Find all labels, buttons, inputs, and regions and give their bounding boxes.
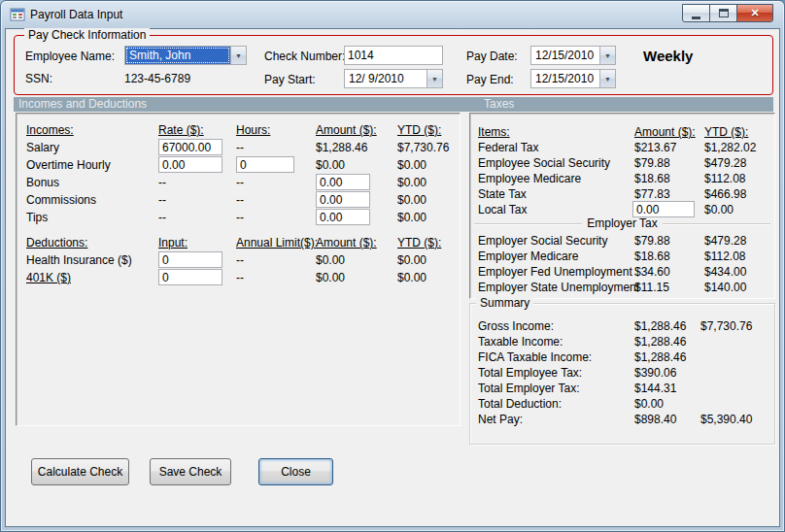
calculate-check-button[interactable]: Calculate Check: [31, 458, 129, 485]
close-icon: ✕: [750, 7, 759, 19]
tax-row-label: Employer Fed Unemployment: [478, 265, 632, 279]
overtime-ytd-value: $0.00: [397, 158, 427, 172]
summary-row-label: Net Pay:: [478, 413, 523, 426]
chevron-down-icon[interactable]: ▼: [599, 47, 615, 64]
employer-medicare-ytd: $112.08: [704, 249, 746, 263]
401k-input[interactable]: [158, 269, 222, 285]
input-column-header: Input:: [158, 236, 188, 249]
bonus-rate-value: --: [158, 176, 166, 189]
minimize-button[interactable]: [682, 4, 710, 22]
chevron-down-icon[interactable]: ▼: [599, 70, 615, 87]
local-tax-ytd: $0.00: [704, 203, 734, 216]
amount-column-header: Amount ($):: [316, 236, 377, 249]
local-tax-input[interactable]: [632, 201, 695, 217]
calculate-check-label: Calculate Check: [38, 465, 122, 479]
pay-date-picker[interactable]: 12/15/2010 ▼: [530, 46, 616, 65]
section-header-bar: Incomes and Deductions Taxes: [14, 97, 773, 112]
employee-name-label: Employee Name:: [25, 50, 115, 63]
titlebar[interactable]: Payroll Data Input ✕: [1, 1, 784, 28]
salary-hours-value: --: [236, 141, 244, 154]
tips-ytd-value: $0.00: [397, 211, 427, 224]
hours-column-header: Hours:: [236, 123, 270, 137]
incomes-column-header: Incomes:: [26, 123, 74, 137]
overtime-rate-input[interactable]: [158, 156, 222, 173]
tax-row-label: Employer State Unemployment: [478, 281, 639, 294]
annual-limit-column-header: Annual Limit($):: [236, 236, 318, 249]
minimize-icon: [692, 17, 700, 19]
employer-tax-header: Employer Tax: [582, 216, 662, 230]
income-row-label: Overtime Hourly: [26, 158, 111, 172]
fica-taxable-income-amount: $1,288.46: [634, 350, 686, 364]
check-number-input[interactable]: [344, 46, 443, 65]
summary-row-label: FICA Taxable Income:: [478, 350, 592, 364]
salary-ytd-value: $7,730.76: [397, 141, 449, 154]
income-row-label: Bonus: [26, 176, 59, 189]
overtime-hours-input[interactable]: [236, 156, 294, 173]
total-employee-tax-amount: $390.06: [634, 366, 676, 380]
taxable-income-amount: $1,288.46: [634, 335, 686, 349]
gross-income-ytd: $7,730.76: [700, 319, 752, 333]
close-label: Close: [281, 465, 311, 479]
commissions-amount-input[interactable]: [316, 191, 370, 208]
caption-buttons: ✕: [683, 4, 773, 22]
401k-ytd-value: $0.00: [397, 271, 427, 284]
app-window: Payroll Data Input ✕ Pay Check Informati…: [0, 0, 785, 532]
ssn-value: 123-45-6789: [124, 72, 190, 85]
taxes-section-header: Taxes: [484, 97, 514, 112]
health-insurance-ytd-value: $0.00: [397, 253, 427, 267]
commissions-ytd-value: $0.00: [397, 193, 427, 207]
pay-date-value: 12/15/2010: [531, 47, 599, 64]
health-insurance-limit-value: --: [236, 253, 244, 267]
tips-amount-input[interactable]: [316, 209, 370, 225]
employer-tax-separator: Employer Tax: [474, 216, 770, 230]
summary-row-label: Gross Income:: [478, 319, 554, 333]
gross-income-amount: $1,288.46: [634, 319, 686, 333]
salary-amount-value: $1,288.46: [316, 141, 367, 154]
maximize-icon: [719, 9, 729, 17]
net-pay-amount: $898.40: [634, 413, 676, 426]
app-icon: [10, 7, 25, 22]
tax-row-label: Employee Medicare: [478, 172, 581, 185]
pay-end-picker[interactable]: 12/15/2010 ▼: [530, 69, 616, 88]
rate-column-header: Rate ($):: [158, 123, 204, 137]
bonus-amount-input[interactable]: [316, 174, 370, 190]
401k-link-label[interactable]: 401K ($): [26, 271, 71, 284]
401k-limit-value: --: [236, 271, 244, 284]
maximize-button[interactable]: [709, 4, 737, 22]
summary-row-label: Taxable Income:: [478, 335, 563, 349]
income-row-label: Commissions: [26, 193, 96, 207]
employer-futa-amount: $34.60: [634, 265, 670, 279]
commissions-hours-value: --: [236, 193, 244, 207]
health-insurance-input[interactable]: [158, 251, 222, 268]
401k-amount-value: $0.00: [316, 271, 345, 284]
state-tax-ytd: $466.98: [704, 187, 746, 201]
save-check-button[interactable]: Save Check: [150, 458, 231, 485]
incomes-deductions-panel: Incomes: Rate ($): Hours: Amount ($): YT…: [16, 113, 461, 426]
employee-ss-ytd: $479.28: [704, 156, 746, 170]
chevron-down-icon[interactable]: ▼: [427, 70, 442, 87]
total-deduction-amount: $0.00: [634, 397, 664, 411]
pay-start-picker[interactable]: 12/ 9/2010 ▼: [344, 69, 443, 88]
close-window-button[interactable]: ✕: [736, 4, 773, 22]
window-title: Payroll Data Input: [30, 8, 122, 21]
paycheck-group-title: Pay Check Information: [24, 28, 150, 42]
bonus-hours-value: --: [236, 176, 244, 189]
pay-frequency-label: Weekly: [643, 48, 693, 64]
salary-rate-input[interactable]: [158, 139, 222, 155]
employer-medicare-amount: $18.68: [634, 249, 670, 263]
pay-end-label: Pay End:: [466, 73, 514, 86]
client-area: Pay Check Information Employee Name: Smi…: [5, 28, 780, 527]
state-tax-amount: $77.83: [634, 187, 670, 201]
summary-row-label: Total Employee Tax:: [478, 366, 582, 380]
pay-start-value: 12/ 9/2010: [345, 70, 427, 87]
close-button[interactable]: Close: [258, 458, 333, 485]
ytd-column-header: YTD ($):: [704, 125, 748, 139]
commissions-rate-value: --: [158, 193, 166, 207]
summary-row-label: Total Employer Tax:: [478, 382, 580, 395]
total-employer-tax-amount: $144.31: [634, 382, 676, 395]
chevron-down-icon[interactable]: ▼: [230, 47, 246, 64]
federal-tax-ytd: $1,282.02: [704, 141, 756, 154]
employee-name-select[interactable]: Smith, John ▼: [124, 46, 247, 65]
incomes-deductions-section-header: Incomes and Deductions: [18, 97, 147, 112]
pay-date-label: Pay Date:: [466, 50, 518, 63]
